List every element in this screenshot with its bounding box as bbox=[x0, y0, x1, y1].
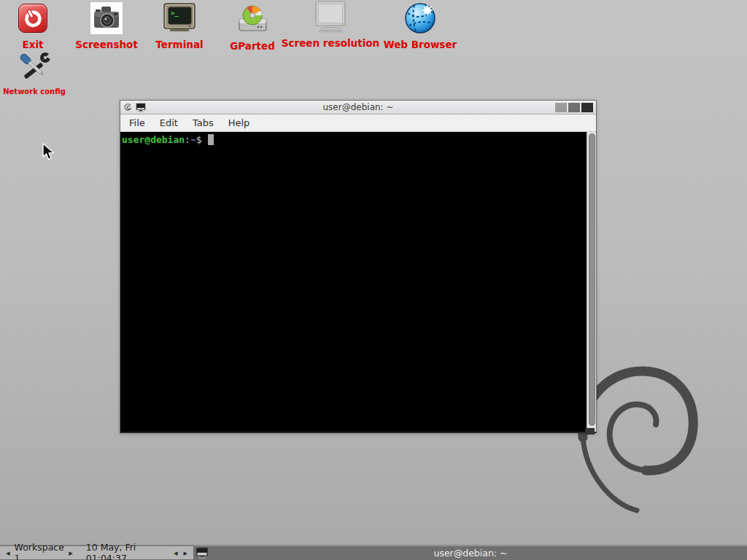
desktop-icon-label: Screen resolution bbox=[282, 39, 379, 49]
terminal-mini-icon bbox=[136, 103, 146, 112]
minimize-button[interactable] bbox=[555, 103, 567, 112]
desktop-icon-screenshot[interactable]: Screenshot bbox=[73, 1, 140, 50]
terminal-content[interactable]: user@debian:~$ bbox=[120, 132, 596, 432]
terminal-scrollbar[interactable] bbox=[587, 132, 596, 432]
desktop-icon-terminal[interactable]: >_ Terminal bbox=[147, 1, 212, 50]
desktop-icon-web-browser[interactable]: Web Browser bbox=[381, 1, 460, 50]
prompt-symbol: $ bbox=[196, 134, 202, 145]
desktop-icon-exit[interactable]: Exit bbox=[0, 1, 66, 50]
mouse-pointer bbox=[42, 143, 58, 162]
active-task-button[interactable]: user@debian: ~ bbox=[194, 548, 747, 559]
close-button[interactable] bbox=[581, 103, 593, 112]
desktop-icon-screen-resolution[interactable]: Screen resolution bbox=[281, 0, 380, 49]
taskbar-task-area: user@debian: ~ bbox=[194, 545, 747, 560]
debian-swirl-icon bbox=[123, 103, 133, 112]
desktop-icon-label: GParted bbox=[230, 42, 275, 52]
prompt-separator: : bbox=[185, 134, 190, 145]
terminal-prompt-line[interactable]: user@debian:~$ bbox=[120, 132, 587, 432]
pager-prev-arrow[interactable]: ◂ bbox=[171, 549, 181, 557]
menu-edit[interactable]: Edit bbox=[152, 115, 185, 131]
desktop-icon-network-config[interactable]: Network config bbox=[1, 50, 68, 96]
taskbar: ◂ Workspace 1 ▸ 10 May, Fri 01:04:37 ◂ ▸… bbox=[0, 545, 747, 560]
desktop-icon-label: Web Browser bbox=[384, 40, 457, 50]
monitor-icon bbox=[313, 0, 348, 34]
desktop-icon-label: Terminal bbox=[155, 40, 203, 50]
desktop-icon-label: Network config bbox=[3, 88, 66, 96]
menu-help[interactable]: Help bbox=[221, 115, 258, 131]
terminal-titlebar[interactable]: user@debian: ~ bbox=[120, 101, 596, 114]
prompt-user-host: user@debian bbox=[122, 134, 185, 145]
taskbar-left-section: ◂ Workspace 1 ▸ 10 May, Fri 01:04:37 ◂ ▸ bbox=[0, 545, 194, 560]
menu-file[interactable]: File bbox=[122, 115, 152, 131]
menu-tabs[interactable]: Tabs bbox=[185, 115, 221, 131]
crt-terminal-icon: >_ bbox=[163, 1, 196, 35]
prompt-path: ~ bbox=[190, 134, 196, 145]
desktop-icon-gparted[interactable]: GParted bbox=[220, 3, 285, 52]
desktop-icon-label: Exit bbox=[22, 40, 43, 50]
terminal-window: user@debian: ~ File Edit Tabs Help user@… bbox=[120, 100, 597, 433]
scrollbar-thumb[interactable] bbox=[589, 133, 595, 426]
disk-partition-icon bbox=[236, 3, 268, 36]
desktop-icon-label: Screenshot bbox=[75, 40, 138, 50]
taskbar-clock: 10 May, Fri 01:04:37 bbox=[76, 542, 171, 560]
terminal-menubar: File Edit Tabs Help bbox=[120, 114, 596, 132]
power-icon bbox=[18, 1, 47, 35]
terminal-cursor bbox=[208, 134, 214, 145]
resize-grip[interactable] bbox=[585, 428, 595, 435]
workspace-label[interactable]: Workspace 1 bbox=[13, 542, 66, 560]
tools-icon bbox=[17, 50, 52, 83]
camera-icon bbox=[90, 1, 123, 35]
globe-icon bbox=[404, 1, 436, 35]
pager-next-arrow[interactable]: ▸ bbox=[180, 549, 190, 557]
window-title: user@debian: ~ bbox=[174, 102, 542, 112]
svg-text:>_: >_ bbox=[171, 9, 179, 17]
workspace-prev-arrow[interactable]: ◂ bbox=[3, 549, 13, 557]
maximize-button[interactable] bbox=[568, 103, 580, 112]
workspace-next-arrow[interactable]: ▸ bbox=[66, 549, 76, 557]
